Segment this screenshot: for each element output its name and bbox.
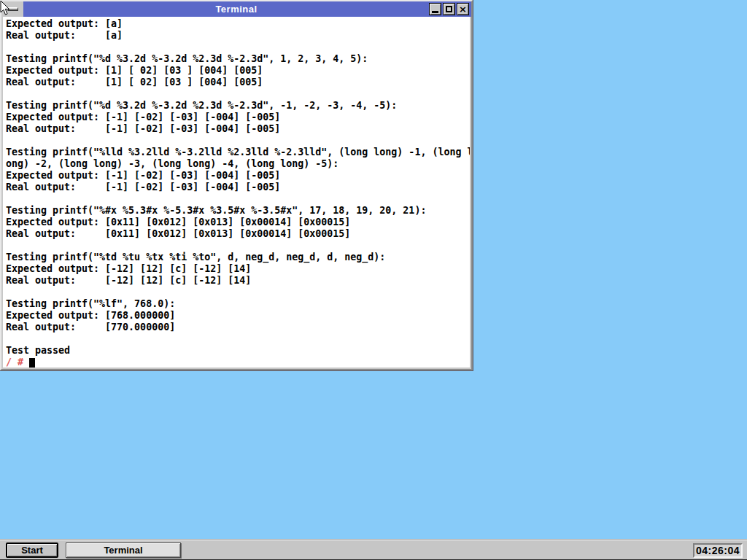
terminal-line — [6, 287, 470, 298]
close-button[interactable]: × — [457, 3, 469, 15]
window-controls: × — [429, 3, 471, 15]
shell-prompt: / # — [6, 357, 29, 368]
terminal-line: Expected output: [-1] [-02] [-03] [-004]… — [6, 112, 470, 123]
terminal-line: Real output: [0x11] [0x012] [0x013] [0x0… — [6, 228, 470, 240]
maximize-button[interactable] — [443, 3, 455, 15]
terminal-line: Real output: [a] — [6, 30, 470, 42]
terminal-line: Testing printf("%td %tu %tx %ti %to", d,… — [6, 252, 470, 263]
terminal-line — [6, 240, 470, 252]
terminal-window: Terminal × Expected output: [a]Real outp… — [0, 0, 473, 370]
terminal-lines: Expected output: [a]Real output: [a] Tes… — [6, 18, 470, 357]
terminal-line — [6, 333, 470, 345]
terminal-line — [6, 42, 470, 53]
minimize-button[interactable] — [429, 3, 441, 15]
terminal-line: Testing printf("%d %3.2d %-3.2d %2.3d %-… — [6, 53, 470, 65]
titlebar[interactable]: Terminal × — [1, 1, 471, 17]
terminal-line: Expected output: [1] [ 02] [03 ] [004] [… — [6, 65, 470, 77]
close-icon: × — [459, 4, 467, 14]
terminal-line: Expected output: [-1] [-02] [-03] [-004]… — [6, 170, 470, 182]
terminal-line: Test passed — [6, 345, 470, 357]
terminal-line: Real output: [770.000000] — [6, 322, 470, 333]
terminal-output[interactable]: Expected output: [a]Real output: [a] Tes… — [3, 17, 470, 368]
terminal-line: Expected output: [a] — [6, 18, 470, 30]
terminal-line: Real output: [-1] [-02] [-03] [-004] [-0… — [6, 123, 470, 135]
terminal-line: Testing printf("%d %3.2d %-3.2d %2.3d %-… — [6, 100, 470, 112]
terminal-line: Expected output: [0x11] [0x012] [0x013] … — [6, 217, 470, 228]
terminal-line: ong) -2, (long long) -3, (long long) -4,… — [6, 158, 470, 170]
terminal-line — [6, 88, 470, 100]
terminal-line: Testing printf("%lf", 768.0): — [6, 298, 470, 310]
terminal-line: Real output: [1] [ 02] [03 ] [004] [005] — [6, 77, 470, 88]
terminal-line — [6, 135, 470, 147]
taskbar: Start Terminal 04:26:04 — [0, 540, 747, 560]
terminal-line: Real output: [-1] [-02] [-03] [-004] [-0… — [6, 182, 470, 193]
start-button[interactable]: Start — [6, 542, 58, 558]
prompt-line: / # — [6, 357, 470, 368]
text-cursor — [29, 358, 35, 368]
mouse-cursor — [0, 0, 11, 16]
taskbar-task-terminal[interactable]: Terminal — [66, 542, 181, 558]
terminal-line: Expected output: [768.000000] — [6, 310, 470, 322]
taskbar-clock: 04:26:04 — [693, 543, 743, 558]
minimize-icon — [432, 11, 438, 13]
window-title: Terminal — [1, 4, 471, 15]
terminal-line: Expected output: [-12] [12] [c] [-12] [1… — [6, 263, 470, 275]
terminal-line: Testing printf("%lld %3.2lld %-3.2lld %2… — [6, 147, 470, 158]
terminal-line: Testing printf("%#x %5.3#x %-5.3#x %3.5#… — [6, 205, 470, 217]
terminal-line: Real output: [-12] [12] [c] [-12] [14] — [6, 275, 470, 287]
terminal-line — [6, 193, 470, 205]
maximize-icon — [446, 6, 452, 12]
